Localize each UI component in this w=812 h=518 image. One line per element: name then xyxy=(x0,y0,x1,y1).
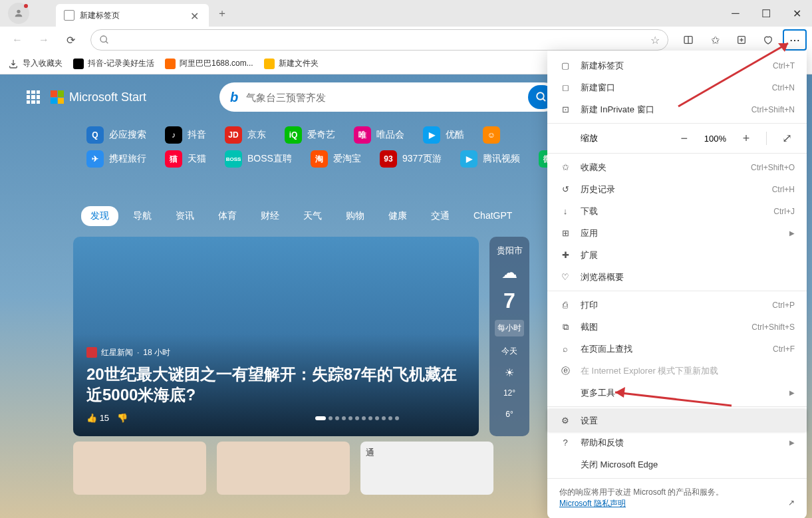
titlebar: 新建标签页 ✕ ＋ ─ ☐ ✕ xyxy=(0,0,812,27)
quicklink[interactable]: iQ爱奇艺 xyxy=(285,126,335,144)
nav-tab[interactable]: 交通 xyxy=(422,206,459,226)
weather-temp: 7 xyxy=(503,289,515,313)
nav-tab[interactable]: 发现 xyxy=(81,206,118,226)
back-button[interactable]: ← xyxy=(5,29,29,51)
browser-tab[interactable]: 新建标签页 ✕ xyxy=(56,4,209,27)
menu-print[interactable]: ⎙打印Ctrl+P xyxy=(547,294,807,316)
content-card[interactable] xyxy=(73,442,206,495)
dislike-button[interactable]: 👎 xyxy=(117,413,128,423)
nav-tab[interactable]: 导航 xyxy=(124,206,161,226)
more-options-button[interactable]: ⋯ xyxy=(783,29,807,51)
zoom-in-button[interactable]: + xyxy=(738,130,754,146)
alibaba-icon xyxy=(165,59,176,69)
close-window-button[interactable]: ✕ xyxy=(781,3,812,24)
menu-new-inprivate[interactable]: ⊡新建 InPrivate 窗口Ctrl+Shift+N xyxy=(547,98,807,120)
menu-browser-essentials[interactable]: ♡浏览器概要 xyxy=(547,266,807,288)
menu-more-tools[interactable]: 更多工具▶ xyxy=(547,382,807,404)
close-icon[interactable]: ✕ xyxy=(190,10,201,21)
menu-settings[interactable]: ⚙设置 xyxy=(547,410,807,432)
bookmark-folder[interactable]: 新建文件夹 xyxy=(264,58,319,69)
news-time: 18 小时 xyxy=(143,347,170,358)
open-external-icon[interactable]: ↗ xyxy=(788,498,795,507)
content-card[interactable] xyxy=(217,442,350,495)
favorite-star-icon[interactable]: ☆ xyxy=(650,34,660,47)
brand-text: Microsoft Start xyxy=(69,90,146,104)
quicklink[interactable]: BOSSBOSS直聘 xyxy=(225,150,292,168)
url-input[interactable] xyxy=(110,35,650,45)
svg-line-9 xyxy=(543,98,545,101)
quicklink[interactable]: ♪抖音 xyxy=(165,126,206,144)
nav-tab[interactable]: 资讯 xyxy=(166,206,203,226)
ie-icon: ⓔ xyxy=(559,365,571,377)
quicklink[interactable]: 939377页游 xyxy=(380,150,442,168)
menu-favorites[interactable]: ✩收藏夹Ctrl+Shift+O xyxy=(547,156,807,178)
crop-icon: ⧉ xyxy=(559,321,571,333)
inprivate-icon: ⊡ xyxy=(559,104,571,116)
forward-button[interactable]: → xyxy=(32,29,56,51)
microsoft-logo-icon xyxy=(51,90,64,104)
weather-card[interactable]: 贵阳市 ☁ 7 每小时 今天 ☀ 12° 6° xyxy=(489,237,529,436)
maximize-button[interactable]: ☐ xyxy=(751,3,781,24)
quicklink[interactable]: 猫天猫 xyxy=(165,150,206,168)
menu-new-window[interactable]: ◻新建窗口Ctrl+N xyxy=(547,76,807,98)
quicklink[interactable]: ✈携程旅行 xyxy=(86,150,146,168)
quicklink[interactable]: ▶优酷 xyxy=(423,126,464,144)
folder-icon xyxy=(264,59,275,69)
like-button[interactable]: 👍 15 xyxy=(86,413,109,423)
menu-extensions[interactable]: ✚扩展 xyxy=(547,244,807,266)
quicklink[interactable]: ☺ xyxy=(483,126,500,144)
carousel-dots[interactable] xyxy=(315,416,399,420)
nav-tab[interactable]: 财经 xyxy=(251,206,289,226)
menu-close-edge[interactable]: 关闭 Microsoft Edge xyxy=(547,453,807,475)
browser-essentials-icon[interactable] xyxy=(756,29,780,51)
print-icon: ⎙ xyxy=(559,299,571,311)
history-icon: ↺ xyxy=(559,184,571,195)
address-bar[interactable]: ☆ xyxy=(90,29,668,51)
menu-find[interactable]: ⌕在页面上查找Ctrl+F xyxy=(547,338,807,360)
app-launcher-icon[interactable] xyxy=(27,90,40,104)
nav-tab[interactable]: ChatGPT xyxy=(464,206,521,226)
microsoft-start-logo[interactable]: Microsoft Start xyxy=(51,90,146,104)
nav-tab[interactable]: 天气 xyxy=(294,206,331,226)
nav-tab[interactable]: 购物 xyxy=(337,206,374,226)
collections-icon[interactable] xyxy=(730,29,753,51)
zoom-value: 100% xyxy=(704,134,726,144)
gear-icon: ⚙ xyxy=(559,415,571,427)
weather-tab[interactable]: 每小时 xyxy=(495,320,524,336)
quicklink[interactable]: Q必应搜索 xyxy=(86,126,146,144)
bookmark-import[interactable]: 导入收藏夹 xyxy=(8,58,63,69)
menu-downloads[interactable]: ↓下载Ctrl+J xyxy=(547,200,807,222)
menu-screenshot[interactable]: ⧉截图Ctrl+Shift+S xyxy=(547,316,807,338)
menu-history[interactable]: ↺历史记录Ctrl+H xyxy=(547,178,807,200)
nav-tab[interactable]: 健康 xyxy=(379,206,416,226)
tab-title: 新建标签页 xyxy=(80,10,190,21)
bookmark-label: 阿里巴巴1688.com... xyxy=(180,58,253,69)
refresh-button[interactable]: ⟳ xyxy=(59,29,82,51)
search-box[interactable]: b xyxy=(219,82,559,112)
search-input[interactable] xyxy=(246,92,528,103)
profile-icon[interactable] xyxy=(8,3,29,24)
content-card[interactable]: 通 xyxy=(360,442,493,495)
bookmark-douyin[interactable]: 抖音-记录美好生活 xyxy=(73,58,154,69)
nav-tab[interactable]: 体育 xyxy=(209,206,246,226)
favorites-icon[interactable]: ✩ xyxy=(703,29,727,51)
news-card[interactable]: 红星新闻 · 18 小时 20世纪最大谜团之一有望解开：失踪87年的飞机藏在近5… xyxy=(73,237,479,436)
douyin-icon xyxy=(73,59,84,69)
new-tab-button[interactable]: ＋ xyxy=(211,3,233,24)
window-icon: ◻ xyxy=(559,82,571,94)
minimize-button[interactable]: ─ xyxy=(720,3,751,24)
menu-apps[interactable]: ⊞应用▶ xyxy=(547,222,807,244)
quicklink[interactable]: 唯唯品会 xyxy=(354,126,404,144)
quicklink[interactable]: ▶腾讯视频 xyxy=(460,150,520,168)
quicklink[interactable]: JD京东 xyxy=(225,126,266,144)
privacy-link[interactable]: Microsoft 隐私声明 xyxy=(559,499,626,508)
menu-help[interactable]: ?帮助和反馈▶ xyxy=(547,432,807,453)
quicklink[interactable]: 淘爱淘宝 xyxy=(311,150,361,168)
menu-new-tab[interactable]: ▢新建标签页Ctrl+T xyxy=(547,55,807,76)
split-screen-icon[interactable] xyxy=(676,29,700,51)
weather-tab[interactable]: 今天 xyxy=(499,343,520,360)
zoom-out-button[interactable]: − xyxy=(676,130,692,146)
fullscreen-button[interactable]: ⤢ xyxy=(779,130,795,146)
bookmark-1688[interactable]: 阿里巴巴1688.com... xyxy=(165,58,253,69)
tab-icon: ▢ xyxy=(559,60,571,72)
